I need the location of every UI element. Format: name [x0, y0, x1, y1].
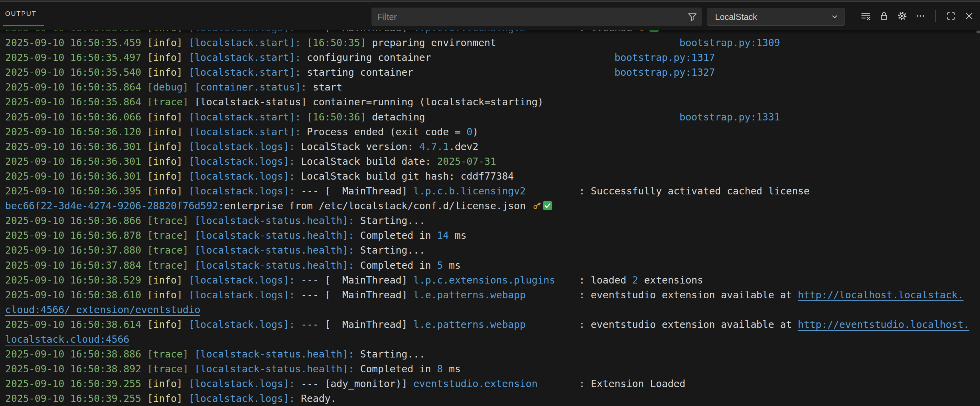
log-text: 2025-09-10 16:50:36.866 — [5, 215, 147, 226]
log-text: : eventstudio extension available at — [579, 289, 798, 301]
log-text: [info] — [147, 289, 189, 301]
lock-icon — [879, 11, 889, 21]
maximize-panel-icon — [946, 11, 956, 21]
log-text: bootstrap.py:1331 — [680, 111, 780, 123]
vertical-scrollbar[interactable] — [976, 30, 980, 406]
log-link[interactable]: http://eventstudio.localhost. — [798, 319, 969, 330]
log-line: 2025-09-10 16:50:39.255 [info] [localsta… — [5, 391, 976, 406]
log-text: [localstack.logs]: — [189, 155, 301, 167]
log-text: 2025-09-10 16:50:38.892 — [5, 363, 147, 375]
log-line: 2025-09-10 16:50:36.301 [info] [localsta… — [5, 154, 976, 169]
log-text: ms — [449, 230, 467, 241]
log-text: 2025-07-31 — [437, 155, 496, 167]
log-line: 2025-09-10 16:50:35.459 [info] [localsta… — [5, 35, 976, 50]
log-text: start — [313, 81, 342, 93]
log-text: 2025-09-10 16:49:58.312 — [5, 30, 147, 34]
log-text: [info] — [147, 126, 189, 137]
log-text: --- [ MainThread] — [301, 274, 414, 286]
alignment-padding — [431, 52, 615, 63]
chevron-down-icon — [829, 12, 840, 22]
log-text: ms — [443, 259, 461, 271]
log-text: 2025-09-10 16:50:36.301 — [5, 170, 147, 182]
log-text: [trace] — [147, 96, 194, 108]
key-icon — [638, 30, 649, 35]
log-text: : license — [579, 30, 638, 34]
maximize-panel-button[interactable] — [945, 10, 957, 22]
clear-output-icon — [861, 11, 871, 21]
log-text: bootstrap.py:1309 — [680, 37, 780, 48]
log-text: [localstack-status.health]: — [194, 244, 360, 256]
log-text: ms — [443, 363, 461, 375]
log-line: 2025-09-10 16:50:35.864 [debug] [contain… — [5, 80, 976, 94]
log-text: [trace] — [147, 348, 194, 360]
log-text: Starting... — [360, 244, 425, 256]
log-text: [localstack-status.health]: — [194, 259, 360, 271]
log-text: [info] — [147, 378, 189, 390]
log-text: [localstack.logs]: — [189, 30, 301, 34]
log-text: [container.status]: — [194, 81, 313, 93]
close-panel-button[interactable] — [963, 10, 975, 22]
scrollbar-thumb[interactable] — [977, 30, 980, 34]
log-text: --- [ MainThread] — [301, 289, 414, 301]
clear-output-button[interactable] — [859, 10, 872, 22]
log-text: Completed in — [360, 259, 437, 271]
log-text: [info] — [147, 111, 189, 123]
log-text: [trace] — [147, 215, 194, 226]
log-line: 2025-09-10 16:50:35.497 [info] [localsta… — [5, 50, 976, 65]
log-text: 2025-09-10 16:50:38.614 — [5, 319, 147, 330]
log-text: [trace] — [147, 363, 194, 375]
log-text: : Extension Loaded — [579, 378, 686, 390]
log-text: 2 — [632, 274, 638, 286]
log-text: --- [ MainThread] — [301, 30, 414, 34]
log-text: Completed in — [360, 230, 437, 241]
log-text: [localstack.logs]: — [189, 170, 301, 182]
log-text: .dev2 — [449, 141, 478, 152]
log-text: 2025-09-10 16:50:37.880 — [5, 244, 147, 256]
log-text: Ready. — [301, 393, 336, 404]
check-icon — [649, 30, 659, 35]
gear-button[interactable] — [896, 10, 908, 22]
log-text: configuring container — [307, 52, 431, 63]
log-line: 2025-09-10 16:50:38.529 [info] [localsta… — [5, 273, 976, 288]
log-text: [localstack-status.health]: — [194, 363, 360, 375]
filter-icon[interactable] — [687, 11, 698, 22]
log-text: : Successfully activated cached license — [579, 185, 810, 197]
log-line: 2025-09-10 16:50:35.864 [trace] [localst… — [5, 94, 976, 109]
log-text: [localstack.logs]: — [189, 378, 301, 390]
close-panel-icon — [964, 11, 975, 21]
log-text: bec66f22-3d4e-4274-9206-28820f76d592 — [5, 200, 218, 212]
alignment-padding — [555, 274, 579, 286]
log-text: [info] — [147, 66, 189, 78]
log-text: [localstack.logs]: — [189, 393, 301, 404]
more-actions-button[interactable] — [914, 10, 926, 22]
tab-output-label: OUTPUT — [5, 10, 37, 18]
log-text: 2025-09-10 16:50:36.120 — [5, 126, 147, 137]
log-text: 14 — [437, 230, 449, 241]
log-link[interactable]: http://localhost.localstack. — [798, 289, 964, 301]
log-text: [16:50:35] — [307, 37, 372, 48]
log-line: 2025-09-10 16:50:37.884 [trace] [localst… — [5, 258, 976, 273]
filter-input[interactable] — [371, 8, 702, 26]
log-text: Starting... — [360, 215, 425, 226]
log-line: 2025-09-10 16:50:36.878 [trace] [localst… — [5, 228, 976, 243]
gear-icon — [897, 11, 907, 21]
log-link[interactable]: cloud:4566/_extension/eventstudio — [5, 304, 200, 315]
log-text: l.p.c.extensions.plugins — [414, 274, 555, 286]
channel-select[interactable]: LocalStack — [707, 8, 845, 26]
log-link[interactable]: localstack.cloud:4566 — [5, 333, 130, 345]
log-text: [localstack.logs]: — [189, 141, 301, 152]
log-text: 2025-09-10 16:50:38.610 — [5, 289, 147, 301]
log-text: [localstack.logs]: — [189, 274, 301, 286]
log-text: --- [ady_monitor)] — [301, 378, 414, 390]
log-text: bootstrap.py:1327 — [614, 66, 715, 78]
log-text: [info] — [147, 37, 189, 48]
tab-output[interactable]: OUTPUT — [5, 2, 37, 26]
log-text: : loaded — [579, 274, 632, 286]
lock-button[interactable] — [878, 10, 890, 22]
log-text: 2025-09-10 16:50:35.864 — [5, 81, 147, 93]
alignment-padding — [526, 185, 579, 197]
alignment-padding — [414, 66, 614, 78]
log-text: [localstack.logs]: — [189, 319, 301, 330]
filter-box — [371, 8, 702, 26]
log-text: 2025-09-10 16:50:35.540 — [5, 66, 147, 78]
